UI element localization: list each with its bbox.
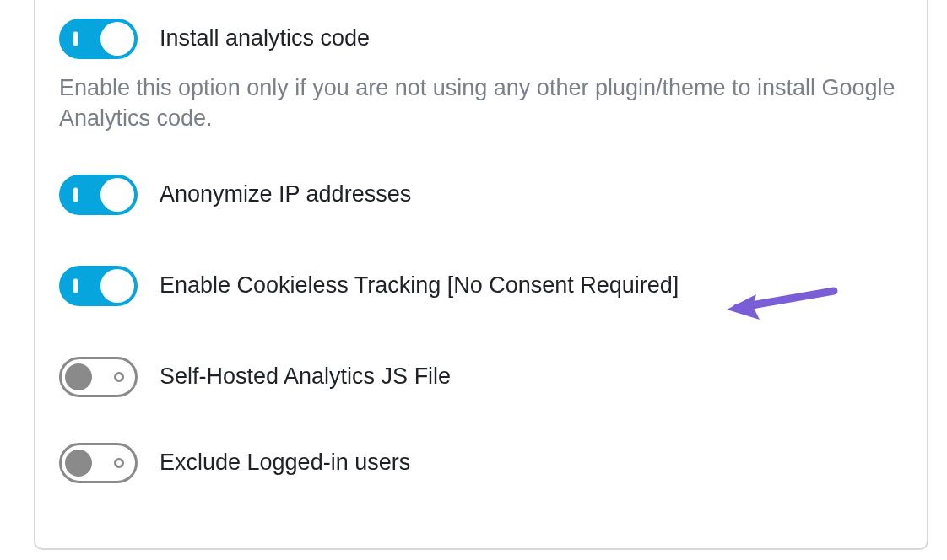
label-install-analytics: Install analytics code: [160, 24, 370, 53]
toggle-install-analytics[interactable]: [59, 19, 138, 59]
description-install-analytics: Enable this option only if you are not u…: [59, 73, 903, 134]
toggle-knob-icon: [100, 22, 134, 56]
toggle-knob-icon: [100, 269, 134, 303]
label-anonymize-ip: Anonymize IP addresses: [160, 180, 411, 209]
label-self-hosted-js: Self-Hosted Analytics JS File: [160, 362, 451, 391]
setting-install-analytics: Install analytics code: [59, 19, 903, 59]
setting-exclude-logged-in: Exclude Logged-in users: [59, 443, 903, 483]
toggle-on-indicator-icon: [73, 278, 78, 293]
toggle-off-indicator-icon: [114, 458, 124, 468]
label-cookieless-tracking: Enable Cookieless Tracking [No Consent R…: [160, 271, 679, 300]
toggle-on-indicator-icon: [73, 187, 78, 202]
toggle-cookieless-tracking[interactable]: [59, 266, 138, 306]
toggle-knob-icon: [65, 363, 92, 390]
setting-cookieless-tracking: Enable Cookieless Tracking [No Consent R…: [59, 266, 903, 306]
setting-self-hosted-js: Self-Hosted Analytics JS File: [59, 357, 903, 397]
toggle-self-hosted-js[interactable]: [59, 357, 138, 397]
toggle-on-indicator-icon: [73, 32, 78, 46]
toggle-off-indicator-icon: [114, 372, 124, 382]
toggle-exclude-logged-in[interactable]: [59, 443, 138, 483]
label-exclude-logged-in: Exclude Logged-in users: [160, 448, 410, 477]
toggle-knob-icon: [100, 178, 134, 212]
settings-panel: Install analytics code Enable this optio…: [34, 0, 928, 550]
toggle-anonymize-ip[interactable]: [59, 175, 138, 215]
setting-anonymize-ip: Anonymize IP addresses: [59, 175, 903, 215]
toggle-knob-icon: [65, 450, 92, 477]
